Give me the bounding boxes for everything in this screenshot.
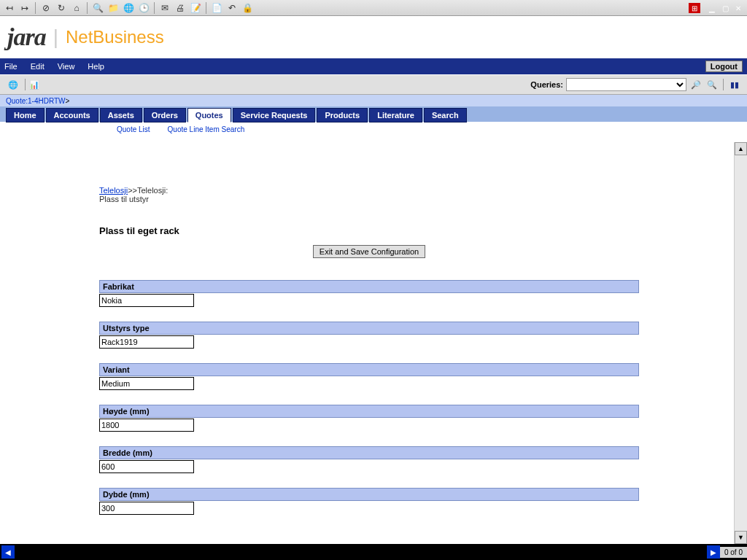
page-title: Plass til eget rack bbox=[99, 225, 554, 236]
iconbar: 🌐 📊 Queries: 🔎 🔍 ▮▮ bbox=[0, 74, 747, 95]
status-next-icon[interactable]: ▶ bbox=[707, 545, 720, 559]
query-find-icon[interactable]: 🔍 bbox=[705, 78, 719, 91]
brand-bar: jara | NetBusiness bbox=[0, 16, 747, 58]
undo-icon[interactable]: ↶ bbox=[225, 1, 239, 15]
scroll-up-icon[interactable]: ▲ bbox=[735, 142, 747, 155]
tab-assets[interactable]: Assets bbox=[100, 108, 142, 122]
chart-icon[interactable]: ▮▮ bbox=[728, 78, 741, 91]
queries-label: Queries: bbox=[530, 80, 563, 89]
subtabbar: Quote List Quote Line Item Search bbox=[0, 122, 747, 136]
subtab-quote-list[interactable]: Quote List bbox=[117, 125, 150, 133]
field-dybde: Dybde (mm) bbox=[99, 488, 639, 515]
input-utstyrs-type[interactable] bbox=[99, 335, 194, 349]
scroll-down-icon[interactable]: ▼ bbox=[735, 531, 747, 544]
minimize-icon[interactable]: ▁ bbox=[706, 3, 718, 13]
queries-area: Queries: 🔎 🔍 ▮▮ bbox=[530, 78, 741, 91]
home-icon[interactable]: ⌂ bbox=[70, 1, 83, 15]
window-controls: ⊞ ▁ ▢ ✕ bbox=[689, 0, 747, 16]
label-bredde: Bredde (mm) bbox=[99, 446, 639, 459]
field-hoyde: Høyde (mm) bbox=[99, 405, 639, 432]
maximize-icon[interactable]: ▢ bbox=[719, 3, 731, 13]
label-utstyrs-type: Utstyrs type bbox=[99, 322, 639, 335]
menubar: File Edit View Help Logout bbox=[0, 58, 747, 74]
field-fabrikat: Fabrikat bbox=[99, 280, 639, 307]
menu-view[interactable]: View bbox=[58, 62, 75, 71]
page-crumb-sep: >> bbox=[128, 186, 137, 195]
brand-logo-netbusiness: NetBusiness bbox=[66, 27, 164, 47]
statusbar: ◀ ▶ 0 of 0 bbox=[0, 544, 747, 560]
lock-icon[interactable]: 🔒 bbox=[241, 1, 254, 15]
content-area: Telelosji>>Telelosji: Plass til utstyr P… bbox=[0, 142, 734, 544]
breadcrumb-sep: > bbox=[66, 97, 70, 105]
search-icon[interactable]: 🔍 bbox=[91, 1, 104, 15]
tab-search[interactable]: Search bbox=[424, 108, 467, 122]
back-icon[interactable]: ↤ bbox=[3, 1, 16, 15]
close-icon[interactable]: ✕ bbox=[732, 3, 744, 13]
favorites-icon[interactable]: 📁 bbox=[107, 1, 120, 15]
input-bredde[interactable] bbox=[99, 460, 194, 473]
tabbar: Home Accounts Assets Orders Quotes Servi… bbox=[0, 106, 747, 122]
print-icon[interactable]: 🖨 bbox=[174, 1, 187, 15]
edit-icon[interactable]: 📝 bbox=[189, 1, 202, 15]
refresh-icon[interactable]: ↻ bbox=[55, 1, 68, 15]
field-utstyrs-type: Utstyrs type bbox=[99, 322, 639, 349]
tab-quotes[interactable]: Quotes bbox=[187, 108, 231, 122]
form-area: Telelosji>>Telelosji: Plass til utstyr P… bbox=[0, 142, 554, 515]
tab-accounts[interactable]: Accounts bbox=[46, 108, 98, 122]
field-bredde: Bredde (mm) bbox=[99, 446, 639, 473]
label-dybde: Dybde (mm) bbox=[99, 488, 639, 501]
page-breadcrumb: Telelosji>>Telelosji: Plass til utstyr bbox=[99, 186, 187, 203]
windows-flag-icon: ⊞ bbox=[689, 3, 700, 13]
tab-literature[interactable]: Literature bbox=[369, 108, 422, 122]
tab-products[interactable]: Products bbox=[317, 108, 368, 122]
breadcrumb-link[interactable]: Quote:1-4HDRTW bbox=[6, 97, 66, 105]
browser-toolbar: ↤ ↦ ⊘ ↻ ⌂ 🔍 📁 🌐 🕒 ✉ 🖨 📝 📄 ↶ 🔒 ⊞ ▁ ▢ ✕ bbox=[0, 0, 747, 16]
input-hoyde[interactable] bbox=[99, 419, 194, 432]
brand-logo-jara: jara bbox=[7, 23, 46, 51]
tab-orders[interactable]: Orders bbox=[144, 108, 186, 122]
globe-icon[interactable]: 🌐 bbox=[6, 77, 20, 92]
field-variant: Variant bbox=[99, 363, 639, 390]
tab-home[interactable]: Home bbox=[6, 108, 44, 122]
logout-button[interactable]: Logout bbox=[705, 61, 743, 72]
label-hoyde: Høyde (mm) bbox=[99, 405, 639, 418]
clock-icon[interactable]: 🕒 bbox=[137, 1, 150, 15]
breadcrumb-bar: Quote:1-4HDRTW > bbox=[0, 95, 747, 106]
scrollbar[interactable]: ▲ ▼ bbox=[734, 142, 747, 544]
input-dybde[interactable] bbox=[99, 502, 194, 515]
queries-select[interactable] bbox=[566, 78, 686, 91]
history-icon[interactable]: 🌐 bbox=[122, 1, 135, 15]
label-fabrikat: Fabrikat bbox=[99, 280, 639, 293]
page-crumb-link[interactable]: Telelosji bbox=[99, 186, 128, 195]
menu-file[interactable]: File bbox=[4, 62, 18, 71]
status-count: 0 of 0 bbox=[720, 547, 747, 558]
label-variant: Variant bbox=[99, 363, 639, 376]
brand-separator: | bbox=[53, 26, 58, 49]
stop-icon[interactable]: ⊘ bbox=[39, 1, 53, 15]
mail-icon[interactable]: ✉ bbox=[158, 1, 171, 15]
input-variant[interactable] bbox=[99, 377, 194, 390]
menu-help[interactable]: Help bbox=[88, 62, 104, 71]
tool-icon[interactable]: 📊 bbox=[27, 77, 42, 92]
tab-service-requests[interactable]: Service Requests bbox=[233, 108, 316, 122]
exit-save-button[interactable]: Exit and Save Configuration bbox=[313, 245, 425, 258]
input-fabrikat[interactable] bbox=[99, 294, 194, 307]
subtab-quote-line-item-search[interactable]: Quote Line Item Search bbox=[168, 125, 245, 133]
forward-icon[interactable]: ↦ bbox=[18, 1, 31, 15]
menu-edit[interactable]: Edit bbox=[31, 62, 44, 71]
status-prev-icon[interactable]: ◀ bbox=[1, 545, 15, 559]
query-run-icon[interactable]: 🔎 bbox=[689, 78, 703, 91]
doc-icon[interactable]: 📄 bbox=[210, 1, 223, 15]
